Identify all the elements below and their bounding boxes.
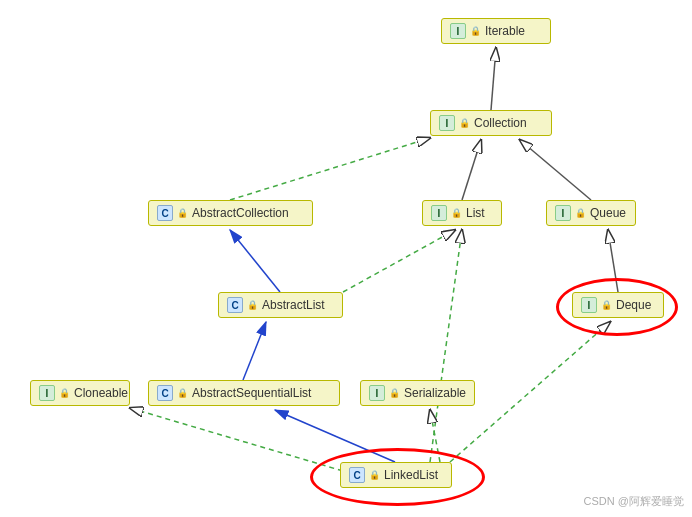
label-queue: Queue — [590, 206, 626, 220]
node-abstractlist: C 🔒 AbstractList — [218, 292, 343, 318]
svg-line-13 — [430, 230, 462, 462]
label-iterable: Iterable — [485, 24, 525, 38]
label-deque: Deque — [616, 298, 651, 312]
node-queue: I 🔒 Queue — [546, 200, 636, 226]
badge-list: I — [431, 205, 447, 221]
svg-line-8 — [230, 230, 280, 292]
badge-linkedlist: C — [349, 467, 365, 483]
label-list: List — [466, 206, 485, 220]
node-collection: I 🔒 Collection — [430, 110, 552, 136]
node-deque: I 🔒 Deque — [572, 292, 664, 318]
arrows-svg: Collection (dashed green, implements) --… — [0, 0, 692, 517]
badge-abstractsequentiallist: C — [157, 385, 173, 401]
badge-abstractcollection: C — [157, 205, 173, 221]
svg-line-12 — [275, 410, 395, 462]
node-cloneable: I 🔒 Cloneable — [30, 380, 130, 406]
svg-line-5 — [230, 138, 430, 200]
label-collection: Collection — [474, 116, 527, 130]
node-list: I 🔒 List — [422, 200, 502, 226]
svg-line-10 — [608, 230, 618, 292]
badge-abstractlist: C — [227, 297, 243, 313]
svg-line-14 — [130, 408, 360, 476]
node-linkedlist: C 🔒 LinkedList — [340, 462, 452, 488]
label-linkedlist: LinkedList — [384, 468, 438, 482]
label-abstractsequentiallist: AbstractSequentialList — [192, 386, 311, 400]
svg-line-11 — [243, 322, 266, 380]
label-abstractcollection: AbstractCollection — [192, 206, 289, 220]
badge-serializable: I — [369, 385, 385, 401]
watermark: CSDN @阿辉爱睡觉 — [584, 494, 684, 509]
node-iterable: I 🔒 Iterable — [441, 18, 551, 44]
diagram: Collection (dashed green, implements) --… — [0, 0, 692, 517]
svg-line-15 — [430, 410, 440, 462]
svg-line-6 — [462, 140, 481, 200]
label-abstractlist: AbstractList — [262, 298, 325, 312]
badge-iterable: I — [450, 23, 466, 39]
node-abstractcollection: C 🔒 AbstractCollection — [148, 200, 313, 226]
svg-line-4 — [491, 48, 496, 110]
badge-queue: I — [555, 205, 571, 221]
badge-collection: I — [439, 115, 455, 131]
badge-cloneable: I — [39, 385, 55, 401]
node-serializable: I 🔒 Serializable — [360, 380, 475, 406]
badge-deque: I — [581, 297, 597, 313]
svg-line-7 — [520, 140, 591, 200]
node-abstractsequentiallist: C 🔒 AbstractSequentialList — [148, 380, 340, 406]
svg-line-9 — [343, 230, 455, 292]
label-cloneable: Cloneable — [74, 386, 128, 400]
label-serializable: Serializable — [404, 386, 466, 400]
